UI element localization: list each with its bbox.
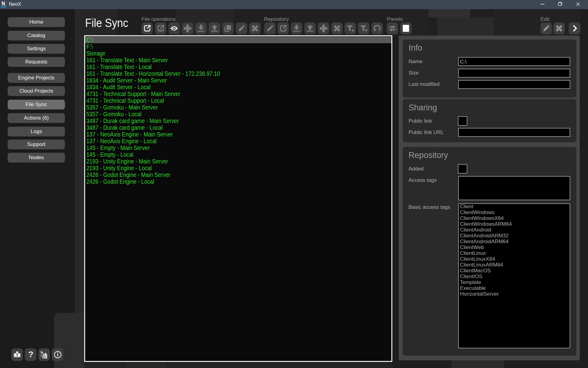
svg-text:?: ? (28, 351, 33, 359)
